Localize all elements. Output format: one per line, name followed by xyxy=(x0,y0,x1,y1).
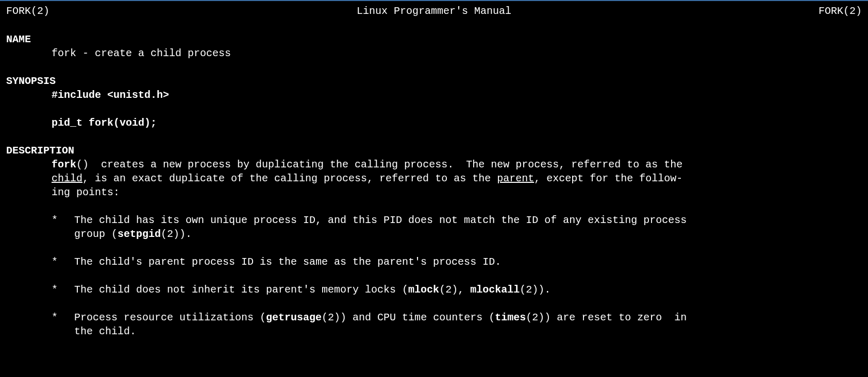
fn-fork: fork xyxy=(52,159,76,170)
bullet-marker: * xyxy=(52,255,74,269)
section-description-heading: DESCRIPTION xyxy=(6,144,862,158)
section-name-heading: NAME xyxy=(6,32,862,46)
header-center: Linux Programmer's Manual xyxy=(49,4,819,18)
bullet-item: * Process resource utilizations (getrusa… xyxy=(52,311,862,338)
b2-l1b: (2), xyxy=(439,284,470,296)
fn-getrusage: getrusage xyxy=(266,312,322,323)
fn-mlockall: mlockall xyxy=(470,284,520,296)
intro-text4: ing points: xyxy=(52,186,120,198)
intro-text1: () creates a new process by duplicating … xyxy=(76,159,689,170)
intro-text2: , is an exact duplicate of the calling p… xyxy=(82,173,497,184)
b0-l2b: (2)). xyxy=(161,228,192,240)
b2-l1a: The child does not inherit its parent's … xyxy=(74,284,408,296)
bullet-text: Process resource utilizations (getrusage… xyxy=(74,311,862,338)
b0-l2a: group ( xyxy=(74,228,118,240)
header-right: FORK(2) xyxy=(819,4,862,18)
b3-l1b: (2)) and CPU time counters ( xyxy=(322,312,495,323)
b3-l2a: the child. xyxy=(74,325,136,337)
bullet-text: The child has its own unique process ID,… xyxy=(74,213,862,241)
fn-mlock: mlock xyxy=(408,284,439,296)
synopsis-signature: pid_t fork(void); xyxy=(52,116,862,130)
bullet-item: * The child's parent process ID is the s… xyxy=(52,255,862,269)
man-page-header: FORK(2) Linux Programmer's Manual FORK(2… xyxy=(6,4,862,18)
bullet-text: The child does not inherit its parent's … xyxy=(74,283,862,297)
section-synopsis-heading: SYNOPSIS xyxy=(6,74,862,88)
description-intro: fork() creates a new process by duplicat… xyxy=(52,158,862,199)
bullet-marker: * xyxy=(52,283,74,297)
b2-l1c: (2)). xyxy=(520,284,550,296)
fn-times: times xyxy=(495,312,526,323)
b1-l1a: The child's parent process ID is the sam… xyxy=(74,256,501,268)
term-parent: parent xyxy=(497,173,534,184)
bullet-marker: * xyxy=(52,213,74,241)
b0-l1a: The child has its own unique process ID,… xyxy=(74,214,687,226)
header-left: FORK(2) xyxy=(6,4,49,18)
term-child: child xyxy=(52,173,82,184)
name-content: fork - create a child process xyxy=(52,46,862,60)
bullet-item: * The child has its own unique process I… xyxy=(52,213,862,241)
intro-text3: , except for the follow- xyxy=(534,173,682,184)
fn-setpgid: setpgid xyxy=(118,228,161,240)
bullet-marker: * xyxy=(52,311,74,338)
bullet-text: The child's parent process ID is the sam… xyxy=(74,255,862,269)
bullet-item: * The child does not inherit its parent'… xyxy=(52,283,862,297)
b3-l1a: Process resource utilizations ( xyxy=(74,312,266,323)
synopsis-include: #include <unistd.h> xyxy=(52,88,862,102)
b3-l1c: (2)) are reset to zero in xyxy=(526,312,687,323)
